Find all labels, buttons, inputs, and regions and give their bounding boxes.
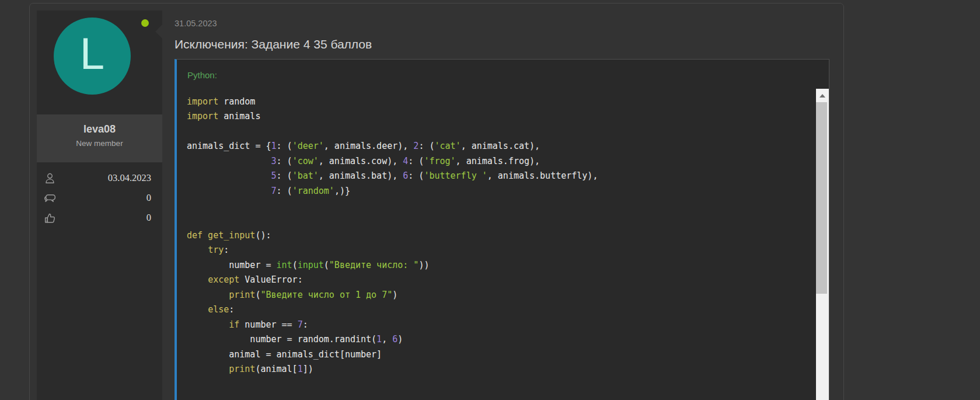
post-container: L leva08 New member 03.04.2023 0 (29, 3, 844, 400)
username-link[interactable]: leva08 (37, 123, 162, 135)
message-bubble-arrow (155, 25, 162, 39)
avatar-letter: L (80, 32, 104, 81)
post-date[interactable]: 31.05.2023 (175, 18, 829, 29)
code-line: 3: ('cow', animals.cow), 4: ('frog', ani… (187, 154, 800, 169)
code-block: Python: import randomimport animalsanima… (175, 59, 829, 400)
likes-count: 0 (57, 212, 151, 224)
avatar-circle[interactable]: L (54, 18, 131, 95)
scrollbar-up-button[interactable] (816, 89, 829, 102)
code-language-label: Python: (177, 60, 829, 89)
post-title: Исключения: Задание 4 35 баллов (175, 36, 829, 53)
stat-row-likes: 0 (43, 210, 151, 225)
code-line (187, 124, 800, 139)
user-stats: 03.04.2023 0 0 (37, 171, 162, 230)
messages-count: 0 (57, 192, 151, 204)
post-content: 31.05.2023 Исключения: Задание 4 35 балл… (162, 4, 843, 400)
scroll-up-arrow-icon (819, 94, 825, 98)
messages-icon (43, 191, 57, 206)
code-line: try: (187, 243, 800, 258)
stat-row-joined: 03.04.2023 (43, 171, 151, 186)
code-line: else: (187, 302, 800, 317)
user-cell: L leva08 New member 03.04.2023 0 (37, 11, 162, 400)
code-line: print(animal[1]) (187, 362, 800, 377)
code-body: import randomimport animalsanimals_dict … (177, 89, 829, 400)
code-line: def get_input(): (187, 228, 800, 243)
code-line: 5: ('bat', animals.bat), 6: ('butterfly … (187, 169, 800, 183)
code-line (187, 199, 800, 213)
code-line: import random (187, 95, 800, 109)
code-content[interactable]: import randomimport animalsanimals_dict … (177, 89, 829, 389)
code-line: number = random.randint(1, 6) (187, 332, 800, 347)
code-line: if number == 7: (187, 318, 800, 332)
online-indicator (141, 19, 149, 27)
likes-icon (43, 211, 57, 225)
code-line: 7: ('random',)} (187, 184, 800, 199)
avatar[interactable]: L (37, 11, 162, 114)
code-line (187, 214, 800, 228)
username-banner: leva08 New member (37, 114, 162, 162)
code-line: except ValueError: (187, 273, 800, 287)
user-icon (43, 171, 57, 186)
code-scrollbar[interactable] (816, 89, 829, 400)
code-line: import animals (187, 109, 800, 124)
code-line: number = int(input("Введите число: ")) (187, 258, 800, 273)
joined-date: 03.04.2023 (57, 172, 151, 184)
code-line: print("Введите число от 1 до 7") (187, 288, 800, 302)
code-line: animals_dict = {1: ('deer', animals.deer… (187, 139, 800, 154)
code-line: animal = animals_dict[number] (187, 347, 800, 362)
stat-row-messages: 0 (43, 190, 151, 206)
user-role: New member (37, 139, 162, 148)
scrollbar-thumb[interactable] (816, 102, 827, 294)
